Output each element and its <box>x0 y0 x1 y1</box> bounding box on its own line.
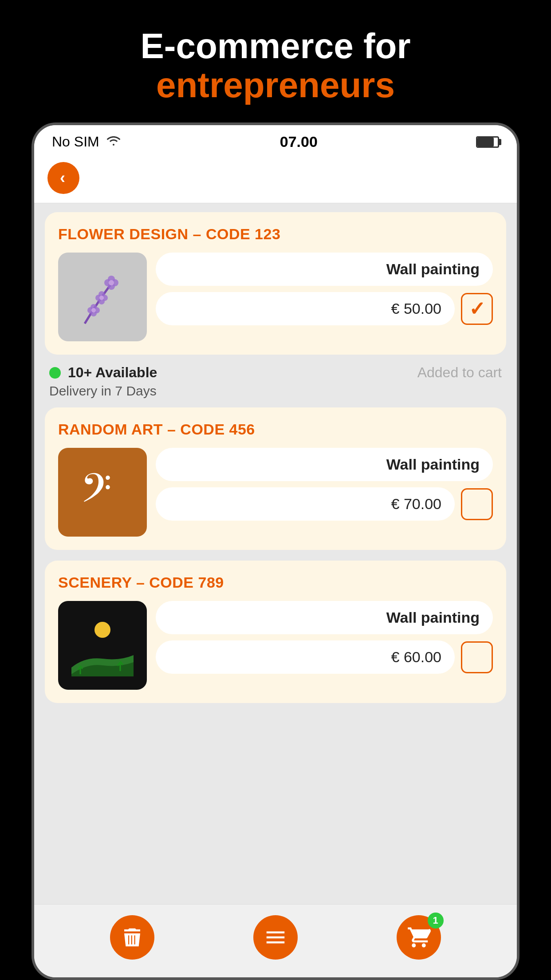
product-details-3: Wall painting € 60.00 <box>156 601 493 690</box>
type-label-1: Wall painting <box>156 253 493 286</box>
product-details-2: Wall painting € 70.00 <box>156 448 493 537</box>
back-button[interactable]: ‹ <box>47 162 79 194</box>
price-1: € 50.00 <box>156 292 455 325</box>
product-row-3: Wall painting € 60.00 <box>58 601 493 690</box>
delivery-text-1: Delivery in 7 Days <box>49 383 502 399</box>
product-row-2: 𝄢 Wall painting € 70.00 <box>58 448 493 537</box>
price-row-1: € 50.00 ✓ <box>156 292 493 325</box>
product-code-3: SCENERY – CODE 789 <box>58 574 493 591</box>
status-left: No SIM <box>52 134 122 150</box>
availability-dot-1 <box>49 367 61 379</box>
product-image-2: 𝄢 <box>58 448 147 537</box>
availability-row-1: 10+ Available Added to cart Delivery in … <box>45 356 506 404</box>
menu-button[interactable] <box>253 915 298 960</box>
cart-status-text-1: Added to cart <box>417 364 502 381</box>
price-row-3: € 60.00 <box>156 640 493 674</box>
checkmark-icon-1: ✓ <box>469 297 485 320</box>
cart-button[interactable]: 1 <box>397 915 441 960</box>
header-line1: E-commerce for <box>140 27 410 66</box>
bottom-toolbar: 1 <box>34 904 517 977</box>
status-bar: No SIM 07.00 <box>34 125 517 155</box>
nav-bar: ‹ <box>34 155 517 203</box>
type-label-3: Wall painting <box>156 601 493 634</box>
checkbox-1[interactable]: ✓ <box>461 293 493 325</box>
content-area: FLOWER DESIGN – CODE 123 <box>34 203 517 904</box>
svg-point-16 <box>94 622 110 638</box>
svg-point-4 <box>109 280 114 285</box>
price-3: € 60.00 <box>156 640 455 674</box>
cart-icon <box>407 925 431 949</box>
product-image-3 <box>58 601 147 690</box>
svg-point-14 <box>91 308 96 312</box>
product-code-2: RANDOM ART – CODE 456 <box>58 421 493 438</box>
product-image-1 <box>58 253 147 341</box>
header-line2: entrepreneurs <box>140 66 410 105</box>
product-row-1: Wall painting € 50.00 ✓ <box>58 253 493 341</box>
checkbox-3[interactable] <box>461 641 493 673</box>
carrier-text: No SIM <box>52 134 99 150</box>
type-label-2: Wall painting <box>156 448 493 481</box>
product-code-1: FLOWER DESIGN – CODE 123 <box>58 225 493 243</box>
time-display: 07.00 <box>280 133 318 150</box>
avail-top-1: 10+ Available Added to cart <box>49 364 502 381</box>
svg-point-9 <box>99 296 104 300</box>
checkbox-2[interactable] <box>461 488 493 520</box>
battery-icon <box>476 136 499 148</box>
trash-icon <box>120 925 144 949</box>
cart-badge: 1 <box>428 913 444 929</box>
svg-text:𝄢: 𝄢 <box>80 466 112 521</box>
product-details-1: Wall painting € 50.00 ✓ <box>156 253 493 341</box>
phone-frame: No SIM 07.00 ‹ FLOWER DESIGN – CODE 123 <box>31 122 520 980</box>
product-card-1: FLOWER DESIGN – CODE 123 <box>45 212 506 355</box>
wifi-icon <box>106 134 122 150</box>
delete-button[interactable] <box>110 915 154 960</box>
menu-icon <box>264 925 287 949</box>
product-card-2: RANDOM ART – CODE 456 𝄢 Wall painting € … <box>45 407 506 550</box>
chevron-left-icon: ‹ <box>60 170 65 186</box>
price-2: € 70.00 <box>156 487 455 521</box>
price-row-2: € 70.00 <box>156 487 493 521</box>
app-header: E-commerce for entrepreneurs <box>131 0 419 122</box>
product-card-3: SCENERY – CODE 789 <box>45 561 506 703</box>
avail-content-1: 10+ Available Added to cart Delivery in … <box>49 364 502 399</box>
availability-text-1: 10+ Available <box>68 364 157 381</box>
